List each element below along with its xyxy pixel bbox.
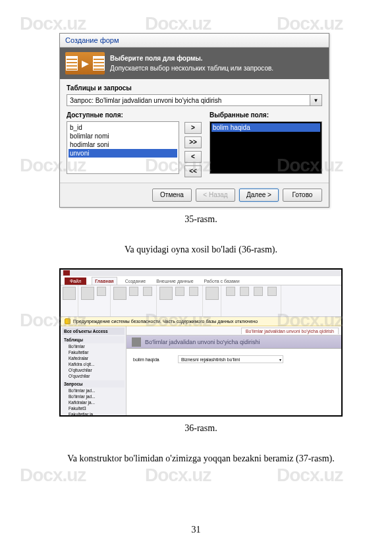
- figure-36-caption: 36-rasm.: [59, 423, 343, 434]
- nav-item[interactable]: O'quvchilar: [62, 373, 125, 379]
- nav-pane-header[interactable]: Все объекты Access: [62, 328, 125, 335]
- available-fields-listbox[interactable]: b_idbolimlar nomihodimlar soniunvoni: [67, 121, 179, 174]
- dialog-body: Таблицы и запросы Запрос: Bo'limlar jadv…: [60, 79, 329, 183]
- form-field-label: bolim haqida: [133, 357, 173, 362]
- form-wizard-icon: ▶: [65, 52, 105, 74]
- ribbon-paste-button[interactable]: [82, 287, 94, 300]
- nav-item[interactable]: Bo'limlar jad...: [62, 394, 125, 399]
- ribbon-tab-home[interactable]: Главная: [92, 277, 117, 285]
- move-all-left-button[interactable]: <<: [184, 165, 202, 177]
- figure-35-caption: 35-rasm.: [59, 214, 343, 225]
- move-buttons-column: > >> < <<: [184, 111, 204, 177]
- ribbon-sort-asc-button[interactable]: [128, 287, 140, 296]
- dialog-banner: ▶ Выберите поля для формы. Допускается в…: [60, 47, 329, 79]
- ribbon-tab-create[interactable]: Создание: [123, 278, 149, 285]
- ribbon-tabs: Файл Главная Создание Внешние данные Раб…: [61, 276, 341, 285]
- ribbon-refresh-button[interactable]: [160, 287, 172, 300]
- access-titlebar: [61, 270, 341, 276]
- watermark: Docx.uz: [20, 13, 86, 34]
- form-title: Bo'limlar jadvalidan unvoni bo'yicha qid…: [145, 339, 260, 345]
- form-wizard-dialog: Создание форм ▶ Выберите поля для формы.…: [59, 33, 329, 208]
- nav-item[interactable]: Fakultetlar ja...: [62, 411, 125, 415]
- nav-item[interactable]: Bo'limlar jad...: [62, 388, 125, 394]
- selected-fields-listbox[interactable]: bolim haqida: [210, 121, 322, 174]
- move-all-right-button[interactable]: >>: [184, 136, 202, 148]
- nav-item[interactable]: Bo'limlar: [62, 343, 125, 349]
- selected-fields-label: Выбранные поля:: [210, 111, 322, 119]
- move-left-button[interactable]: <: [184, 151, 202, 163]
- available-fields-label: Доступные поля:: [67, 111, 179, 119]
- body-text-2: Va konstruktor bo'limidan o'zimizga yoqq…: [59, 453, 343, 464]
- warning-text: Предупреждение системы безопасности. Час…: [73, 319, 258, 324]
- list-item[interactable]: bolimlar nomi: [69, 132, 177, 140]
- form-body: bolim haqida Biznesni rejalashtirish bo'…: [126, 349, 341, 370]
- list-item[interactable]: bolim haqida: [211, 123, 320, 132]
- banner-line2: Допускается выбор нескольких таблиц или …: [110, 64, 273, 73]
- dropdown-button[interactable]: ▼: [310, 94, 322, 106]
- object-tabs: Bo'limlar jadvalidan unvoni bo'yicha qid…: [126, 326, 341, 336]
- ribbon-new-button[interactable]: [174, 287, 186, 296]
- ribbon-cut-button[interactable]: [96, 287, 107, 296]
- ribbon-tab-db[interactable]: Работа с базами: [202, 278, 242, 285]
- banner-line1: Выберите поля для формы.: [110, 54, 273, 63]
- ribbon-save-button[interactable]: [188, 287, 200, 296]
- navigation-pane[interactable]: Все объекты Access Таблицы Bo'limlarFaku…: [61, 326, 126, 415]
- tables-queries-label: Таблицы и запросы: [67, 84, 322, 92]
- warning-icon: [65, 318, 70, 324]
- back-button: < Назад: [196, 189, 235, 202]
- banner-text: Выберите поля для формы. Допускается выб…: [110, 54, 273, 73]
- form-tab-item[interactable]: Bo'limlar jadvalidan unvoni bo'yicha qid…: [241, 328, 339, 334]
- form-header-icon: [132, 337, 141, 347]
- nav-item[interactable]: Kafedralar: [62, 355, 125, 361]
- list-item[interactable]: hodimlar soni: [69, 140, 177, 149]
- ribbon-italic-button[interactable]: [252, 287, 264, 296]
- form-field-combobox[interactable]: Biznesni rejalashtirish bo'limi: [178, 355, 283, 363]
- ribbon-filter-button[interactable]: [114, 287, 126, 300]
- cancel-button[interactable]: Отмена: [152, 189, 192, 202]
- list-item[interactable]: unvoni: [69, 149, 177, 158]
- access-main-window: Файл Главная Создание Внешние данные Раб…: [59, 268, 343, 417]
- next-button[interactable]: Далее >: [239, 189, 279, 202]
- access-app-icon: [63, 270, 70, 276]
- ribbon-sort-desc-button[interactable]: [142, 287, 154, 296]
- nav-item[interactable]: Fakultet3: [62, 405, 125, 411]
- ribbon-view-button[interactable]: [63, 287, 75, 300]
- ribbon-find-button[interactable]: [206, 287, 218, 300]
- dialog-footer: Отмена < Назад Далее > Готово: [60, 183, 329, 207]
- list-item[interactable]: b_id: [69, 123, 177, 132]
- ribbon-tab-external[interactable]: Внешние данные: [154, 278, 196, 285]
- form-header: Bo'limlar jadvalidan unvoni bo'yicha qid…: [126, 336, 341, 349]
- select-value: Запрос: Bo'limlar jadvalidan unvoni bo'y…: [67, 94, 310, 106]
- ribbon-tab-file[interactable]: Файл: [65, 278, 86, 285]
- available-fields-column: Доступные поля: b_idbolimlar nomihodimla…: [67, 111, 179, 177]
- nav-item[interactable]: Fakultetlar: [62, 349, 125, 355]
- nav-item[interactable]: Kafidra o'qit...: [62, 361, 125, 367]
- form-view-area: Bo'limlar jadvalidan unvoni bo'yicha qid…: [126, 326, 341, 415]
- finish-button[interactable]: Готово: [283, 189, 322, 202]
- watermark: Docx.uz: [145, 13, 211, 34]
- page-content: Создание форм ▶ Выберите поля для формы.…: [59, 33, 343, 477]
- page-number: 31: [192, 525, 201, 535]
- body-text-1: Va quyidagi oyna xosil bo'ladi (36-rasm)…: [59, 245, 343, 255]
- ribbon-underline-button[interactable]: [266, 287, 278, 296]
- ribbon: [61, 285, 341, 317]
- selected-fields-column: Выбранные поля: bolim haqida: [210, 111, 322, 177]
- tables-queries-select[interactable]: Запрос: Bo'limlar jadvalidan unvoni bo'y…: [67, 94, 322, 106]
- nav-item[interactable]: O'qituvchilar: [62, 367, 125, 373]
- dialog-title: Создание форм: [60, 34, 329, 47]
- move-right-button[interactable]: >: [184, 122, 202, 134]
- ribbon-bold-button[interactable]: [238, 287, 250, 296]
- ribbon-font-button[interactable]: [225, 287, 237, 296]
- watermark: Docx.uz: [277, 13, 343, 34]
- security-warning-bar: Предупреждение системы безопасности. Час…: [61, 317, 341, 326]
- nav-group-queries[interactable]: Запросы: [62, 380, 125, 388]
- nav-item[interactable]: Kafidralar ja...: [62, 399, 125, 405]
- nav-group-tables[interactable]: Таблицы: [62, 336, 125, 343]
